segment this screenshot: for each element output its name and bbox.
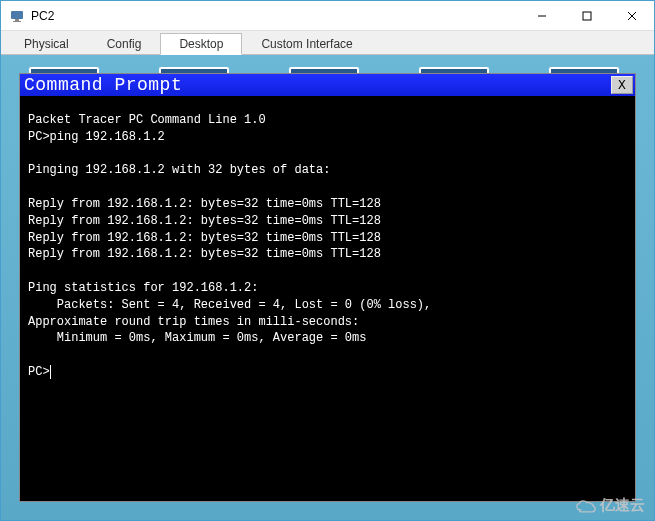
- terminal-line: Reply from 192.168.1.2: bytes=32 time=0m…: [28, 231, 381, 245]
- close-button[interactable]: [609, 1, 654, 30]
- terminal-close-button[interactable]: X: [611, 76, 633, 94]
- svg-rect-4: [583, 12, 591, 20]
- tab-custom-interface[interactable]: Custom Interface: [242, 33, 371, 54]
- tab-desktop[interactable]: Desktop: [160, 33, 242, 55]
- terminal-line: PC>ping 192.168.1.2: [28, 130, 165, 144]
- command-prompt-window: Command Prompt X Packet Tracer PC Comman…: [19, 73, 636, 502]
- terminal-titlebar[interactable]: Command Prompt X: [20, 74, 635, 96]
- app-window: PC2 Physical Config Desktop Custom Inter…: [0, 0, 655, 521]
- terminal-line: Minimum = 0ms, Maximum = 0ms, Average = …: [28, 331, 366, 345]
- window-titlebar: PC2: [1, 1, 654, 31]
- desktop-area: Command Prompt X Packet Tracer PC Comman…: [1, 55, 654, 520]
- terminal-line: Approximate round trip times in milli-se…: [28, 315, 359, 329]
- terminal-line: Pinging 192.168.1.2 with 32 bytes of dat…: [28, 163, 330, 177]
- terminal-cursor: [50, 365, 51, 379]
- watermark: 亿速云: [575, 496, 645, 515]
- app-icon: [9, 8, 25, 24]
- terminal-line: Reply from 192.168.1.2: bytes=32 time=0m…: [28, 214, 381, 228]
- window-title: PC2: [31, 9, 519, 23]
- cloud-icon: [575, 499, 597, 513]
- watermark-text: 亿速云: [600, 496, 645, 515]
- terminal-line: Reply from 192.168.1.2: bytes=32 time=0m…: [28, 247, 381, 261]
- terminal-line: Ping statistics for 192.168.1.2:: [28, 281, 258, 295]
- svg-rect-2: [13, 21, 21, 22]
- maximize-button[interactable]: [564, 1, 609, 30]
- terminal-line: Packets: Sent = 4, Received = 4, Lost = …: [28, 298, 431, 312]
- minimize-button[interactable]: [519, 1, 564, 30]
- svg-rect-0: [11, 11, 23, 19]
- tab-bar: Physical Config Desktop Custom Interface: [1, 31, 654, 55]
- terminal-line: Packet Tracer PC Command Line 1.0: [28, 113, 266, 127]
- terminal-title: Command Prompt: [24, 75, 182, 95]
- svg-rect-1: [15, 19, 19, 21]
- window-controls: [519, 1, 654, 30]
- tab-physical[interactable]: Physical: [5, 33, 88, 54]
- tab-config[interactable]: Config: [88, 33, 161, 54]
- terminal-line: Reply from 192.168.1.2: bytes=32 time=0m…: [28, 197, 381, 211]
- terminal-prompt: PC>: [28, 364, 50, 381]
- terminal-output[interactable]: Packet Tracer PC Command Line 1.0 PC>pin…: [20, 96, 635, 501]
